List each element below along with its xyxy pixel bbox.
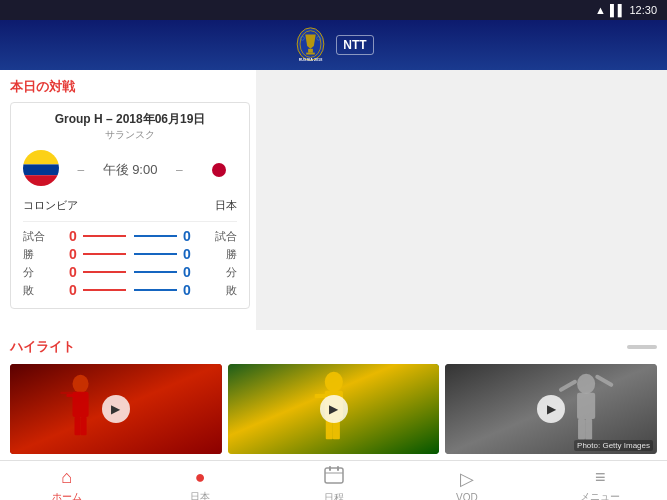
stat-bars-match [83,235,177,237]
video-thumbnails: ▶ [10,364,657,454]
stat-row-match: 試合 0 0 試合 [23,228,237,244]
menu-label: メニュー [580,490,620,500]
match-group: Group H – 2018年06月19日 [23,111,237,128]
stat-row-draw: 分 0 0 分 [23,264,237,280]
bottom-nav: ⌂ ホーム ● 日本 日程 ▷ VOD ≡ メニュー [0,460,667,500]
svg-rect-10 [23,150,59,164]
stat-label-loss-left: 敗 [23,283,63,298]
nav-item-japan[interactable]: ● 日本 [133,467,266,500]
status-icons: ▲ ▌▌ 12:30 [595,4,657,16]
svg-rect-17 [66,394,78,397]
stat-bar-red-match [83,235,126,237]
svg-rect-19 [81,417,87,435]
svg-rect-33 [585,419,592,439]
svg-rect-29 [577,393,595,419]
left-panel: 本日の対戦 Group H – 2018年06月19日 サランスク [0,70,256,330]
stat-val-match-1: 0 [63,228,83,244]
stat-label-draw-right: 分 [197,265,237,280]
schedule-icon [324,466,344,489]
svg-rect-4 [307,53,316,55]
stat-bar-blue-draw [134,271,177,273]
match-stats: 試合 0 0 試合 勝 0 [23,221,237,298]
team1-flag [23,150,59,190]
ntt-logo: NTT [336,35,373,55]
status-bar: ▲ ▌▌ 12:30 [0,0,667,20]
video-thumb-3[interactable]: ▶ Photo: Getty Images [445,364,657,454]
match-separator-2: – [176,163,183,177]
stat-label-match-right: 試合 [197,229,237,244]
japan-icon: ● [195,467,206,488]
schedule-label: 日程 [324,491,344,500]
match-teams-row: – 午後 9:00 – [23,150,237,190]
today-section: 本日の対戦 Group H – 2018年06月19日 サランスク [0,70,256,309]
stat-val-match-2: 0 [177,228,197,244]
svg-rect-3 [308,49,313,53]
vod-label: VOD [456,492,478,500]
stat-val-loss-2: 0 [177,282,197,298]
vod-icon: ▷ [460,468,474,490]
stat-label-draw-left: 分 [23,265,63,280]
nav-item-schedule[interactable]: 日程 [267,466,400,500]
highlights-title: ハイライト [10,338,75,356]
svg-rect-12 [23,175,59,186]
match-separator-1: – [77,163,84,177]
svg-rect-34 [325,468,343,483]
stat-bar-red-loss [83,289,126,291]
video-thumb-2[interactable]: ▶ [228,364,440,454]
stat-label-match-left: 試合 [23,229,63,244]
svg-point-28 [577,374,595,394]
svg-rect-18 [75,417,81,435]
play-btn-2[interactable]: ▶ [320,395,348,423]
signal-icon: ▌▌ [610,4,626,16]
today-title: 本日の対戦 [10,78,246,96]
team-names-row: コロンビア 日本 [23,198,237,213]
team2-flag [201,152,237,188]
menu-icon: ≡ [595,467,606,488]
stat-bar-red-draw [83,271,126,273]
svg-point-22 [324,372,342,392]
stat-label-win-left: 勝 [23,247,63,262]
home-label: ホーム [52,490,82,500]
stat-val-draw-2: 0 [177,264,197,280]
stat-bar-blue-loss [134,289,177,291]
stat-val-draw-1: 0 [63,264,83,280]
svg-rect-20 [60,392,80,394]
match-time: 午後 9:00 [103,161,158,179]
header-logo: RUSSIA 2018 NTT [293,25,373,65]
video-thumb-1[interactable]: ▶ [10,364,222,454]
play-btn-1[interactable]: ▶ [102,395,130,423]
highlights-section: ハイライト [0,330,667,460]
stat-bars-win [83,253,177,255]
stat-val-win-1: 0 [63,246,83,262]
stat-row-loss: 敗 0 0 敗 [23,282,237,298]
highlights-header: ハイライト [10,338,657,356]
match-venue: サランスク [23,128,237,142]
match-card: Group H – 2018年06月19日 サランスク [10,102,250,309]
time-display: 12:30 [629,4,657,16]
main-content: 本日の対戦 Group H – 2018年06月19日 サランスク [0,70,667,460]
play-btn-3[interactable]: ▶ [537,395,565,423]
nav-item-menu[interactable]: ≡ メニュー [534,467,667,500]
stat-bars-loss [83,289,177,291]
match-time-display: 午後 9:00 [103,161,158,179]
stat-bar-blue-win [134,253,177,255]
svg-rect-35 [329,466,331,471]
stat-row-win: 勝 0 0 勝 [23,246,237,262]
svg-rect-36 [337,466,339,471]
team1-name: コロンビア [23,198,78,213]
app-header: RUSSIA 2018 NTT [0,20,667,70]
stat-bar-blue-match [134,235,177,237]
photo-credit-3: Photo: Getty Images [574,440,653,451]
svg-rect-32 [578,419,585,439]
svg-point-15 [72,375,88,393]
svg-text:RUSSIA 2018: RUSSIA 2018 [299,58,323,62]
stat-val-loss-1: 0 [63,282,83,298]
highlights-scroll-indicator [627,345,657,349]
japan-label: 日本 [190,490,210,500]
nav-item-vod[interactable]: ▷ VOD [400,468,533,500]
home-icon: ⌂ [61,467,72,488]
wifi-icon: ▲ [595,4,606,16]
nav-item-home[interactable]: ⌂ ホーム [0,467,133,500]
stat-label-win-right: 勝 [197,247,237,262]
wc-logo-icon: RUSSIA 2018 [293,25,328,65]
